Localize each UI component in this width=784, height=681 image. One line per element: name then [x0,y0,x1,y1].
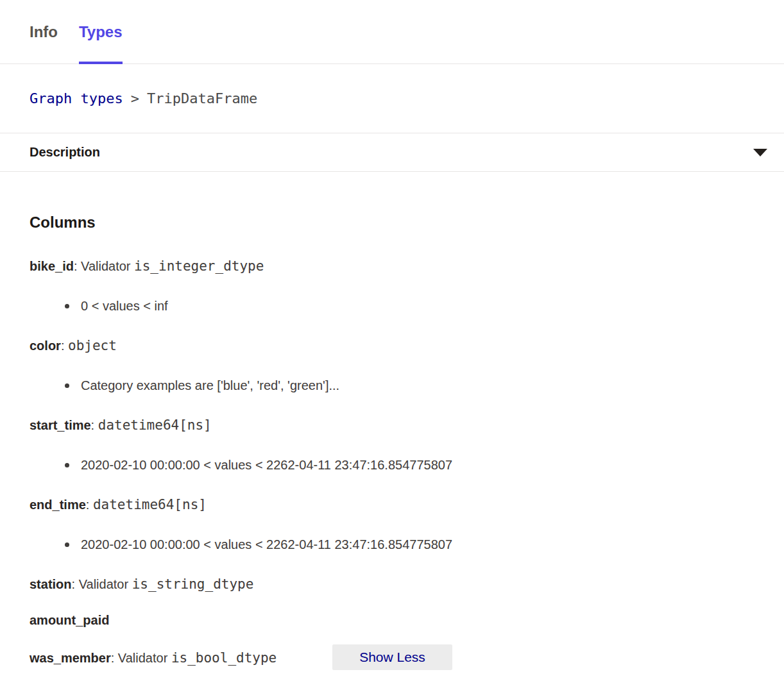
description-section-header[interactable]: Description [0,133,784,172]
bullet-icon [65,542,69,547]
column-prefix: : Validator [74,259,131,273]
column-type-code: is_string_dtype [132,576,254,592]
columns-heading: Columns [30,213,754,232]
breadcrumb-current: TripDataFrame [147,90,257,106]
bullet-icon [65,304,69,308]
column-prefix: : [86,498,90,512]
tab-info-label: Info [30,23,58,41]
column-term-end-time: end_time: datetime64[ns] [30,496,754,513]
show-less-button[interactable]: Show Less [332,644,452,670]
check-text: 0 < values < inf [81,299,168,313]
column-type-code: object [68,338,117,353]
column-prefix: : [61,339,65,353]
tab-bar: Info Types [0,0,784,64]
columns-section: Columns bike_id: Validator is_integer_dt… [0,172,784,666]
column-prefix: : [91,418,95,432]
check-text: 2020-02-10 00:00:00 < values < 2262-04-1… [81,537,452,551]
column-name: bike_id [30,259,74,273]
bullet-icon [65,463,69,467]
tab-info[interactable]: Info [30,0,58,63]
column-term-start-time: start_time: datetime64[ns] [30,417,754,433]
breadcrumb: Graph types > TripDataFrame [0,64,784,133]
check-text: 2020-02-10 00:00:00 < values < 2262-04-1… [81,458,452,472]
breadcrumb-link-graph-types[interactable]: Graph types [30,90,123,106]
column-check-item: 0 < values < inf [30,298,754,314]
breadcrumb-separator: > [131,90,139,106]
column-check-item: Category examples are ['blue', 'red', 'g… [30,377,754,394]
column-term-bike-id: bike_id: Validator is_integer_dtype [30,258,754,274]
column-term-station: station: Validator is_string_dtype [30,576,754,593]
column-prefix: : Validator [72,577,129,591]
column-term-color: color: object [30,337,754,354]
column-name: amount_paid [30,613,109,627]
column-name: station [30,577,72,591]
column-name: end_time [30,498,86,512]
column-term-amount-paid: amount_paid [30,612,754,628]
column-name: color [30,339,61,353]
column-name: start_time [30,418,91,432]
column-type-code: datetime64[ns] [98,417,212,433]
description-title: Description [30,145,100,160]
column-check-item: 2020-02-10 00:00:00 < values < 2262-04-1… [30,536,754,553]
column-type-code: is_bool_dtype [171,650,277,666]
column-type-code: is_integer_dtype [134,258,264,274]
column-term-was-member: was_member: Validator is_bool_dtypeShow … [30,650,754,666]
tab-types[interactable]: Types [79,0,123,63]
chevron-down-icon[interactable] [753,149,767,156]
column-type-code: datetime64[ns] [93,497,207,512]
tab-types-label: Types [79,23,123,41]
bullet-icon [65,383,69,388]
column-check-item: 2020-02-10 00:00:00 < values < 2262-04-1… [30,457,754,473]
check-text: Category examples are ['blue', 'red', 'g… [81,378,339,392]
column-name: was_member [30,651,111,665]
column-prefix: : Validator [111,651,168,665]
